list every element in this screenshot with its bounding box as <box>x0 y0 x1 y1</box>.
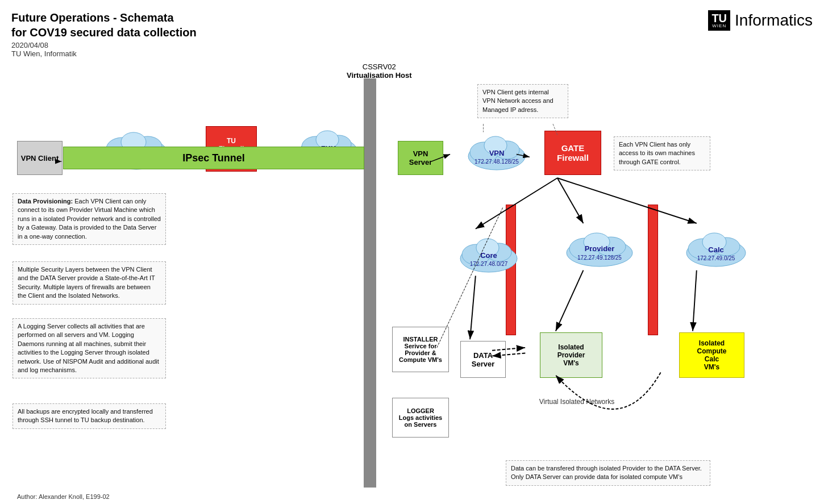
header-subtitle: 2020/04/08 TU Wien, Informatik <box>11 41 197 58</box>
tu-logo-box: TU WIEN <box>708 10 730 31</box>
svg-line-44 <box>470 276 476 339</box>
author-label: Author: Alexander Knoll, E199-02 <box>17 493 110 500</box>
svg-text:Calc: Calc <box>708 245 723 254</box>
page: Future Operations - Schemata for COV19 s… <box>0 0 824 504</box>
vpn-client-node: VPN Client <box>17 141 63 175</box>
svg-text:172.27.48.0/27: 172.27.48.0/27 <box>470 261 508 267</box>
svg-line-46 <box>693 270 697 331</box>
virtualisation-host-line <box>364 78 376 488</box>
svg-line-41 <box>476 178 557 228</box>
svg-line-43 <box>557 178 697 223</box>
installer-node: INSTALLER Serivce for Provider & Compute… <box>392 327 449 372</box>
diagram: CSSRV02 Virtualisation Host Data Provisi… <box>11 63 813 504</box>
tu-logo: TU WIEN Informatics <box>708 10 813 31</box>
info-box-logging: A Logging Server collects all activities… <box>13 318 166 378</box>
svg-text:Provider: Provider <box>585 244 615 253</box>
isolated-provider-node: Isolated Provider VM's <box>540 332 602 378</box>
ipsec-tunnel-bar: IPsec Tunnel <box>63 147 364 169</box>
info-box-security: Multiple Security Layers between the VPN… <box>13 261 166 305</box>
gate-firewall-node: GATE Firewall <box>544 131 601 175</box>
svg-text:VPN: VPN <box>489 149 505 157</box>
header: Future Operations - Schemata for COV19 s… <box>11 10 813 58</box>
vpn-own-machines-callout: Each VPN Client has only access to its o… <box>614 136 710 170</box>
calc-network-cloud: Calc 172.27.49.0/25 <box>679 222 753 270</box>
page-title: Future Operations - Schemata for COV19 s… <box>11 10 197 40</box>
virtual-networks-label: Virtual Isolated Networks <box>520 398 634 406</box>
isolated-calc-node: Isolated Compute Calc VM's <box>679 332 744 378</box>
cssrv-label: CSSRV02 Virtualisation Host <box>347 63 412 80</box>
provider-network-cloud: Provider 172.27.49.128/25 <box>560 222 639 270</box>
red-bar-right <box>648 205 658 335</box>
header-right: TU WIEN Informatics <box>708 10 813 31</box>
data-transfer-callout: Data can be transfered through isolated … <box>506 460 710 486</box>
vpn-network-cloud: VPN 172.27.48.128/25 <box>463 125 531 173</box>
logger-node: LOGGER Logs activities on Servers <box>392 398 449 438</box>
vpn-server-node: VPN Server <box>398 141 443 175</box>
info-box-data-provisioning: Data Provisioning: Each VPN Client can o… <box>13 193 166 245</box>
info-box-backup: All backups are encrypted locally and tr… <box>13 403 166 429</box>
svg-text:172.27.49.128/25: 172.27.49.128/25 <box>577 255 622 261</box>
svg-text:172.27.49.0/25: 172.27.49.0/25 <box>697 255 735 261</box>
header-left: Future Operations - Schemata for COV19 s… <box>11 10 197 58</box>
data-server-node: DATA Server <box>460 341 506 378</box>
svg-text:172.27.48.128/25: 172.27.48.128/25 <box>475 159 519 165</box>
svg-text:Core: Core <box>480 251 497 260</box>
vpn-internal-callout: VPN Client gets internal VPN Network acc… <box>477 84 568 118</box>
core-network-cloud: Core 172.27.48.0/27 <box>455 227 523 276</box>
tu-informatics-label: Informatics <box>735 11 813 30</box>
svg-line-42 <box>557 178 584 223</box>
svg-line-45 <box>556 270 584 331</box>
